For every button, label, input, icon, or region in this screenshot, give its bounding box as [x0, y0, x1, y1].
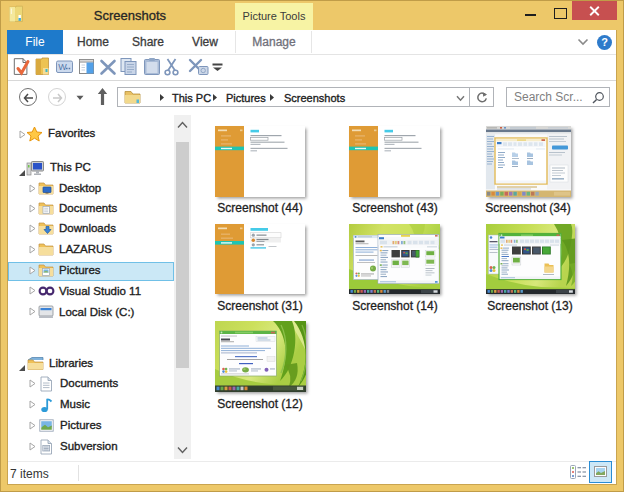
svg-text:W: W	[58, 62, 67, 72]
